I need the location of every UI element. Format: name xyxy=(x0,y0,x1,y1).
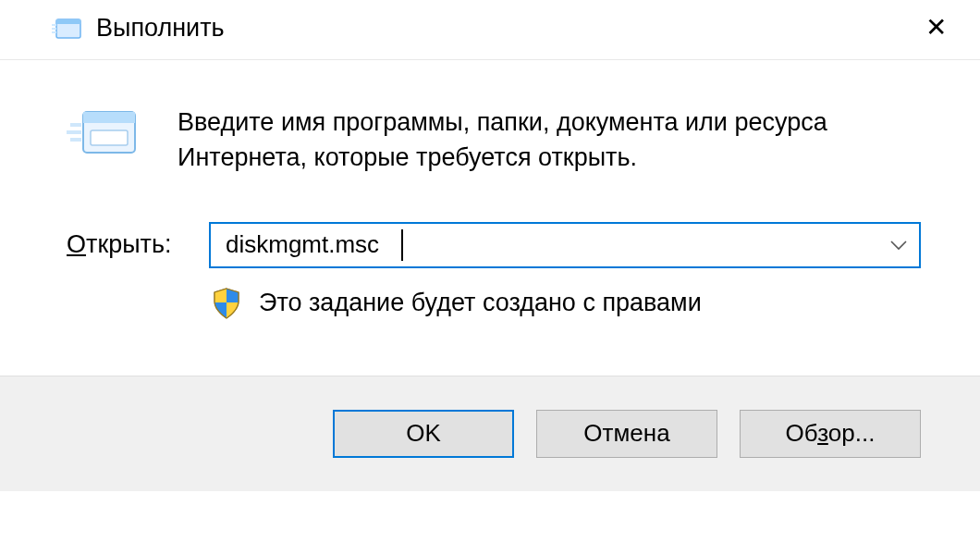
run-title-icon xyxy=(52,14,83,42)
close-button[interactable]: ✕ xyxy=(911,9,962,46)
admin-note-text: Это задание будет создано с правами xyxy=(259,289,702,317)
run-icon xyxy=(67,103,142,166)
open-label: Открыть: xyxy=(67,230,181,259)
browse-button[interactable]: Обзор... xyxy=(740,410,921,458)
uac-shield-icon xyxy=(211,287,242,320)
svg-rect-1 xyxy=(56,19,80,24)
cancel-button[interactable]: Отмена xyxy=(536,410,717,458)
svg-rect-6 xyxy=(83,112,135,123)
ok-button[interactable]: OK xyxy=(333,410,514,458)
svg-rect-3 xyxy=(52,28,56,30)
dialog-content: Введите имя программы, папки, документа … xyxy=(0,60,980,376)
text-cursor xyxy=(401,229,403,261)
description-row: Введите имя программы, папки, документа … xyxy=(67,103,921,176)
svg-rect-10 xyxy=(70,138,81,142)
description-text: Введите имя программы, папки, документа … xyxy=(178,103,921,176)
svg-rect-4 xyxy=(52,31,56,33)
run-dialog: Выполнить ✕ Введите имя программы, папки… xyxy=(0,0,980,491)
titlebar-left: Выполнить xyxy=(52,14,225,43)
open-row: Открыть: xyxy=(67,222,921,268)
open-combobox[interactable] xyxy=(209,222,921,268)
admin-note-row: Это задание будет создано с правами xyxy=(211,287,921,320)
titlebar: Выполнить ✕ xyxy=(0,0,980,60)
svg-rect-8 xyxy=(70,123,81,127)
open-input[interactable] xyxy=(209,222,921,268)
svg-rect-9 xyxy=(67,130,81,134)
svg-rect-2 xyxy=(52,24,56,26)
dialog-title: Выполнить xyxy=(96,14,225,43)
button-bar: OK Отмена Обзор... xyxy=(0,376,980,491)
svg-rect-7 xyxy=(91,130,128,145)
